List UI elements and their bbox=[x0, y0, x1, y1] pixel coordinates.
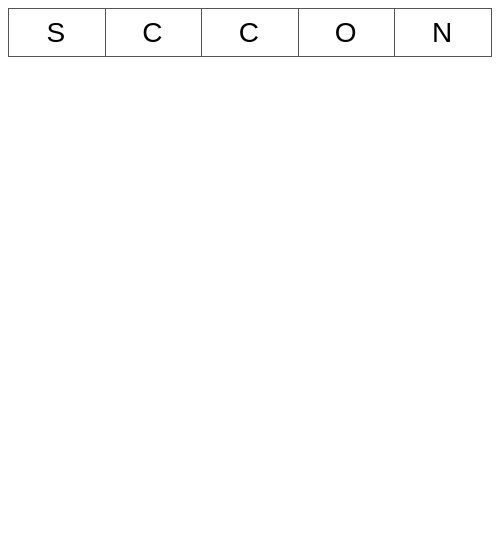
bingo-board: SCCON bbox=[8, 8, 492, 57]
header-c: C bbox=[202, 9, 299, 57]
header-n: N bbox=[395, 9, 492, 57]
header-s: S bbox=[9, 9, 106, 57]
header-o: O bbox=[298, 9, 395, 57]
header-c: C bbox=[105, 9, 202, 57]
header-row: SCCON bbox=[9, 9, 492, 57]
